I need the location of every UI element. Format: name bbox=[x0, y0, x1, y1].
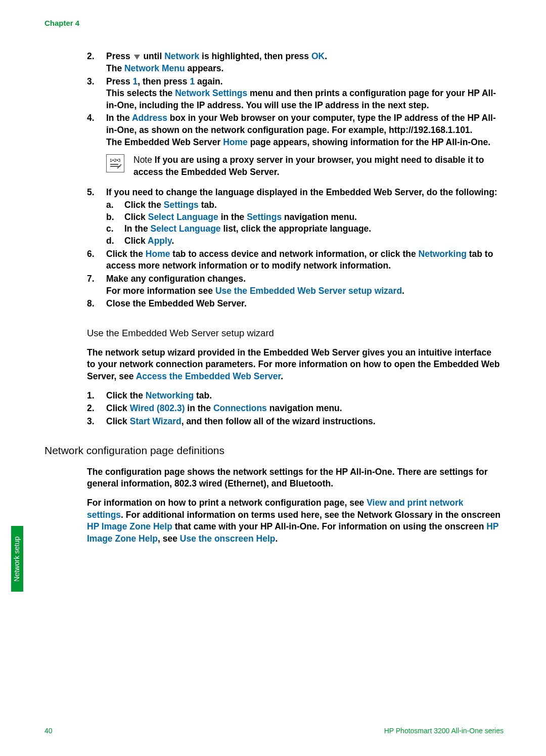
note-text: If you are using a proxy server in your … bbox=[133, 155, 484, 177]
paragraph-more-info: For information on how to print a networ… bbox=[87, 497, 502, 545]
note-label: Note bbox=[133, 155, 155, 165]
subsection-heading: Use the Embedded Web Server setup wizard bbox=[87, 327, 502, 340]
link-text[interactable]: 1 bbox=[133, 76, 138, 86]
section-heading: Network configuration page definitions bbox=[44, 443, 502, 458]
list-item: 3.Press 1, then press 1 again.This selec… bbox=[87, 76, 502, 112]
link-text[interactable]: Select Language bbox=[151, 224, 221, 234]
link-text[interactable]: Apply bbox=[148, 236, 171, 246]
side-tab-label: Network setup bbox=[13, 536, 22, 581]
paragraph-config-desc: The configuration page shows the network… bbox=[87, 466, 502, 490]
page-number: 40 bbox=[44, 726, 53, 736]
link-text[interactable]: Settings bbox=[164, 200, 199, 210]
note-block: 1•2•3Note If you are using a proxy serve… bbox=[106, 154, 502, 178]
list-item: 6.Click the Home tab to access device an… bbox=[87, 248, 502, 272]
product-name: HP Photosmart 3200 All-in-One series bbox=[384, 726, 504, 736]
link-text[interactable]: Network Menu bbox=[124, 63, 185, 73]
sub-list-item: c.In the Select Language list, click the… bbox=[106, 223, 502, 235]
chapter-title: Chapter 4 bbox=[44, 18, 502, 28]
list-body: Click Wired (802.3) in the Connections n… bbox=[106, 403, 502, 415]
steps-list-a: 2.Press until Network is highlighted, th… bbox=[87, 51, 502, 310]
svg-text:1•2•3: 1•2•3 bbox=[110, 158, 120, 163]
page-footer: 40 HP Photosmart 3200 All-in-One series bbox=[44, 726, 504, 736]
link-text[interactable]: Select Language bbox=[148, 212, 218, 222]
sub-letter: a. bbox=[106, 199, 124, 211]
link-text[interactable]: Home bbox=[223, 137, 248, 147]
sub-list-item: b.Click Select Language in the Settings … bbox=[106, 211, 502, 224]
link-text[interactable]: HP Image Zone Help bbox=[87, 521, 172, 531]
link-text[interactable]: Wired (802.3) bbox=[130, 403, 185, 413]
link-text[interactable]: Network bbox=[164, 51, 199, 61]
link-text[interactable]: Networking bbox=[419, 249, 467, 259]
sub-letter: d. bbox=[106, 235, 124, 247]
list-body: Make any configuration changes.For more … bbox=[106, 273, 502, 297]
link-text[interactable]: Use the onscreen Help bbox=[180, 533, 276, 544]
list-item: 7.Make any configuration changes.For mor… bbox=[87, 273, 502, 297]
list-number: 2. bbox=[87, 51, 106, 74]
down-arrow-icon bbox=[134, 55, 140, 60]
list-number: 7. bbox=[87, 273, 106, 297]
list-item: 5.If you need to change the language dis… bbox=[87, 187, 502, 247]
link-text[interactable]: Connections bbox=[213, 403, 267, 413]
steps-list-b: 1.Click the Networking tab.2.Click Wired… bbox=[87, 390, 502, 428]
list-body: If you need to change the language displ… bbox=[106, 187, 502, 247]
list-body: Click the Networking tab. bbox=[106, 390, 502, 402]
list-body: Press until Network is highlighted, then… bbox=[106, 51, 502, 74]
list-number: 3. bbox=[87, 416, 106, 428]
paragraph-wizard-intro: The network setup wizard provided in the… bbox=[87, 347, 502, 383]
sub-letter: b. bbox=[106, 211, 124, 224]
list-item: 4.In the Address box in your Web browser… bbox=[87, 112, 502, 185]
link-text[interactable]: Use the Embedded Web Server setup wizard bbox=[215, 286, 402, 296]
list-number: 1. bbox=[87, 390, 106, 402]
list-item: 1.Click the Networking tab. bbox=[87, 390, 502, 402]
list-number: 4. bbox=[87, 112, 106, 185]
link-text[interactable]: Access the Embedded Web Server bbox=[136, 371, 281, 381]
link-text[interactable]: Start Wizard bbox=[130, 416, 181, 426]
link-text[interactable]: Settings bbox=[247, 212, 282, 222]
link-text[interactable]: Address bbox=[132, 113, 167, 123]
list-number: 3. bbox=[87, 76, 106, 112]
link-text[interactable]: OK bbox=[311, 51, 325, 61]
sub-list-item: d.Click Apply. bbox=[106, 235, 502, 247]
side-tab: Network setup bbox=[11, 526, 23, 592]
list-item: 2.Click Wired (802.3) in the Connections… bbox=[87, 403, 502, 415]
link-text[interactable]: 1 bbox=[190, 76, 195, 86]
sub-list-item: a.Click the Settings tab. bbox=[106, 199, 502, 211]
list-item: 2.Press until Network is highlighted, th… bbox=[87, 51, 502, 74]
list-number: 8. bbox=[87, 298, 106, 310]
list-body: Close the Embedded Web Server. bbox=[106, 298, 502, 310]
list-body: Press 1, then press 1 again.This selects… bbox=[106, 76, 502, 112]
list-body: Click Start Wizard, and then follow all … bbox=[106, 416, 502, 428]
note-icon: 1•2•3 bbox=[106, 154, 124, 172]
list-body: In the Address box in your Web browser o… bbox=[106, 112, 502, 185]
list-item: 3.Click Start Wizard, and then follow al… bbox=[87, 416, 502, 428]
list-body: Click the Home tab to access device and … bbox=[106, 248, 502, 272]
link-text[interactable]: Networking bbox=[146, 390, 194, 401]
list-number: 2. bbox=[87, 403, 106, 415]
list-number: 6. bbox=[87, 248, 106, 272]
list-number: 5. bbox=[87, 187, 106, 247]
list-item: 8.Close the Embedded Web Server. bbox=[87, 298, 502, 310]
sub-letter: c. bbox=[106, 223, 124, 235]
link-text[interactable]: Home bbox=[146, 249, 170, 259]
link-text[interactable]: Network Settings bbox=[175, 88, 247, 98]
